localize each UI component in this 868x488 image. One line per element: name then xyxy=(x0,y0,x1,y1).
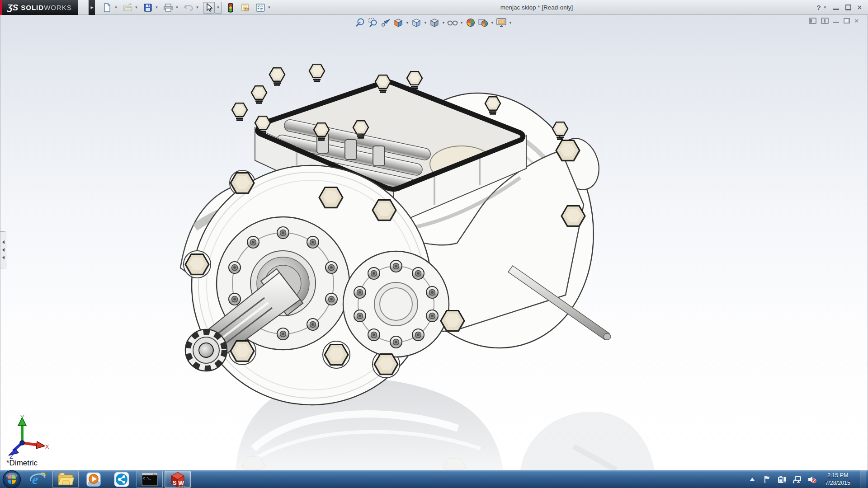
save-icon xyxy=(143,3,152,12)
options-dropdown[interactable]: ▼ xyxy=(267,2,272,14)
document-close-button[interactable]: × xyxy=(854,18,859,23)
file-properties-button[interactable] xyxy=(240,2,251,14)
previous-view-button[interactable] xyxy=(380,17,392,28)
document-minimize-button[interactable] xyxy=(833,19,839,23)
secondary-bearing-flange xyxy=(343,251,449,357)
taskbar-clock[interactable]: 2:15 PM 7/28/2015 xyxy=(822,472,853,487)
open-dropdown[interactable]: ▼ xyxy=(134,2,139,14)
options-button[interactable] xyxy=(255,2,266,14)
options-checklist-icon xyxy=(255,3,265,12)
select-button[interactable] xyxy=(203,2,215,14)
volume-button[interactable] xyxy=(807,475,816,484)
view-settings-dropdown[interactable]: ▼ xyxy=(508,21,513,25)
collapse-arrow-icon xyxy=(2,256,5,259)
apply-scene-button[interactable] xyxy=(477,17,489,28)
file-properties-icon xyxy=(241,3,250,12)
view-settings-monitor-icon xyxy=(496,18,507,28)
view-settings-button[interactable] xyxy=(495,17,507,28)
feature-manager-collapsed-tab[interactable] xyxy=(0,231,6,268)
apply-scene-icon xyxy=(478,18,488,28)
media-player-icon xyxy=(86,472,101,487)
select-dropdown[interactable]: ▼ xyxy=(215,2,222,14)
power-battery-button[interactable] xyxy=(778,475,787,484)
edit-appearance-button[interactable] xyxy=(465,17,476,28)
rebuild-traffic-light-icon xyxy=(228,3,233,13)
view-orientation-button[interactable] xyxy=(410,17,422,28)
show-hidden-icons-button[interactable] xyxy=(748,475,757,484)
system-tray: 2:15 PM 7/28/2015 xyxy=(748,470,868,488)
headsup-view-toolbar: ▼ ▼ ▼ ▼ xyxy=(354,17,513,28)
solidworks-year-badge: 2015 xyxy=(178,484,185,488)
taskbar-windows-explorer[interactable] xyxy=(52,471,79,488)
help-dropdown[interactable]: ▼ xyxy=(823,5,827,9)
start-button[interactable] xyxy=(0,470,24,488)
solidworks-logo: ƷS SOLID WORKS xyxy=(0,0,78,15)
save-button[interactable] xyxy=(142,2,154,14)
pane-split-icon[interactable] xyxy=(821,18,829,24)
view-orientation-label: *Dimetric xyxy=(6,459,38,468)
taskbar-share-app[interactable] xyxy=(108,471,135,488)
new-document-button[interactable] xyxy=(101,2,113,14)
save-dropdown[interactable]: ▼ xyxy=(154,2,159,14)
hide-show-items-button[interactable] xyxy=(447,17,458,28)
view-orientation-dropdown[interactable]: ▼ xyxy=(423,21,428,25)
zoom-to-fit-button[interactable] xyxy=(354,17,366,28)
hide-show-items-dropdown[interactable]: ▼ xyxy=(459,21,464,25)
taskbar: e xyxy=(0,470,868,488)
open-icon xyxy=(123,3,132,12)
pane-left-icon[interactable] xyxy=(809,18,816,24)
apply-scene-dropdown[interactable]: ▼ xyxy=(490,21,495,25)
document-window-controls: × xyxy=(809,18,859,24)
network-status-button[interactable] xyxy=(793,475,802,484)
orientation-triad[interactable]: Y X Z xyxy=(4,414,49,459)
zoom-to-fit-icon xyxy=(355,18,365,28)
windows-start-orb-icon xyxy=(2,470,21,488)
show-desktop-button[interactable] xyxy=(860,470,866,488)
brand-glyph: ƷS xyxy=(7,3,18,13)
zoom-to-area-icon xyxy=(368,18,378,28)
collapse-arrow-icon xyxy=(2,248,5,252)
speaker-muted-icon xyxy=(807,475,816,483)
section-view-dropdown[interactable]: ▼ xyxy=(405,21,410,25)
section-view-icon xyxy=(393,18,403,28)
gearbox-3d-model[interactable] xyxy=(0,15,868,470)
zoom-to-area-button[interactable] xyxy=(367,17,379,28)
taskbar-media-player[interactable] xyxy=(80,471,107,488)
solidworks-letter-s: S xyxy=(173,479,177,486)
minimize-button[interactable] xyxy=(833,5,839,10)
new-document-icon xyxy=(103,3,112,12)
display-style-dropdown[interactable]: ▼ xyxy=(441,21,446,25)
select-cursor-icon xyxy=(205,3,213,12)
internet-explorer-icon: e xyxy=(29,472,46,487)
action-center-button[interactable] xyxy=(763,475,772,484)
quick-access-toolbar: ▼ ▼ ▼ xyxy=(100,0,273,15)
command-prompt-text: C:\_ xyxy=(143,477,151,480)
graphics-viewport[interactable]: ▼ ▼ ▼ ▼ xyxy=(0,15,868,470)
help-button[interactable]: ? xyxy=(817,4,821,11)
share-app-icon xyxy=(114,472,129,487)
collapse-arrow-icon xyxy=(2,240,5,244)
print-icon xyxy=(163,3,173,12)
taskbar-command-prompt[interactable]: C:\_ xyxy=(137,471,163,488)
open-button[interactable] xyxy=(122,2,133,14)
previous-view-icon xyxy=(381,18,391,28)
rebuild-button[interactable] xyxy=(225,2,236,14)
glasses-icon xyxy=(447,18,458,28)
close-button[interactable]: × xyxy=(858,5,862,10)
print-button[interactable] xyxy=(162,2,174,14)
print-dropdown[interactable]: ▼ xyxy=(175,2,179,14)
display-style-button[interactable] xyxy=(429,17,440,28)
up-arrow-icon xyxy=(750,477,755,482)
new-dropdown[interactable]: ▼ xyxy=(113,2,118,14)
folder-icon xyxy=(57,472,74,487)
restore-button[interactable] xyxy=(845,5,851,10)
taskbar-solidworks[interactable]: S W 2015 xyxy=(165,471,191,488)
undo-button[interactable] xyxy=(183,2,194,14)
taskbar-internet-explorer[interactable]: e xyxy=(24,471,51,488)
flag-icon xyxy=(763,475,771,483)
document-restore-button[interactable] xyxy=(844,18,850,23)
section-view-button[interactable] xyxy=(392,17,404,28)
undo-dropdown[interactable]: ▼ xyxy=(195,2,200,14)
brand-works: WORKS xyxy=(44,4,72,11)
menu-expand-arrow[interactable]: ▶ xyxy=(89,0,95,15)
